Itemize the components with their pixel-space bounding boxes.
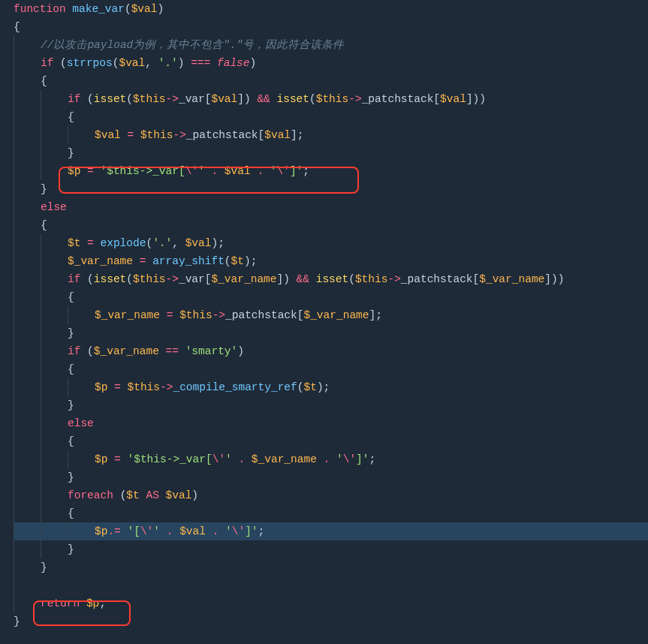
code-line[interactable]: else bbox=[14, 198, 648, 216]
token-punc: } bbox=[68, 147, 74, 159]
token-var: $t bbox=[303, 381, 316, 393]
code-line[interactable]: $val = $this->_patchstack[$val]; bbox=[14, 126, 648, 144]
token-punc: ] bbox=[276, 273, 283, 285]
token-punc: ) bbox=[250, 57, 257, 69]
indent-guide bbox=[41, 522, 68, 540]
code-line[interactable]: } bbox=[14, 324, 648, 342]
token-sp bbox=[80, 345, 87, 357]
code-line[interactable]: $p.= '[\'' . $val . '\']'; bbox=[14, 522, 648, 540]
token-str: ' bbox=[153, 525, 160, 537]
token-punc: ) bbox=[551, 273, 558, 285]
token-sp bbox=[218, 165, 225, 177]
code-line[interactable]: { bbox=[14, 288, 648, 306]
token-punc: ) bbox=[244, 255, 251, 267]
code-line[interactable]: $_var_name = $this->_patchstack[$_var_na… bbox=[14, 306, 648, 324]
token-var: $val bbox=[264, 129, 291, 141]
code-line[interactable]: $t = explode('.', $val); bbox=[14, 234, 648, 252]
token-var: $this bbox=[133, 273, 166, 285]
token-punc: } bbox=[14, 615, 20, 627]
code-line[interactable]: function make_var($val) bbox=[14, 0, 648, 18]
token-var: $_var_name bbox=[94, 345, 159, 357]
token-str: ' bbox=[198, 165, 205, 177]
code-line[interactable]: } bbox=[14, 144, 648, 162]
token-var: $val bbox=[225, 165, 251, 177]
token-var: $p bbox=[86, 597, 99, 609]
token-comment: //以攻击payload为例，其中不包含"."号，因此符合该条件 bbox=[41, 39, 344, 51]
token-sp bbox=[179, 345, 185, 357]
token-punc: ) bbox=[317, 381, 324, 393]
code-line[interactable]: $_var_name = array_shift($t); bbox=[14, 252, 648, 270]
code-line[interactable]: if (isset($this->_var[$_var_name]) && is… bbox=[14, 270, 648, 288]
token-punc: ) bbox=[558, 273, 565, 285]
code-line[interactable]: } bbox=[14, 180, 648, 198]
indent-guide bbox=[14, 216, 41, 234]
token-sp bbox=[317, 453, 324, 465]
token-sp bbox=[290, 273, 297, 285]
code-line[interactable]: //以攻击payload为例，其中不包含"."号，因此符合该条件 bbox=[14, 36, 648, 54]
code-line[interactable]: { bbox=[14, 108, 648, 126]
code-line[interactable]: if (isset($this->_var[$val]) && isset($t… bbox=[14, 90, 648, 108]
indent-guide bbox=[41, 144, 68, 162]
indent-guide bbox=[41, 540, 68, 558]
indent-guide bbox=[14, 378, 41, 396]
code-line[interactable]: } bbox=[14, 468, 648, 486]
token-sp bbox=[80, 165, 87, 177]
token-op: = bbox=[114, 453, 121, 465]
code-line[interactable]: $p = $this->_compile_smarty_ref($t); bbox=[14, 378, 648, 396]
indent-guide bbox=[14, 126, 41, 144]
indent-guide bbox=[14, 270, 41, 288]
token-punc: ( bbox=[146, 237, 152, 249]
token-var: $val bbox=[166, 489, 192, 501]
code-line[interactable]: { bbox=[14, 18, 648, 36]
token-var: $val bbox=[185, 237, 212, 249]
code-line[interactable]: } bbox=[14, 540, 648, 558]
code-line[interactable]: } bbox=[14, 396, 648, 414]
code-line[interactable]: { bbox=[14, 216, 648, 234]
token-punc: ( bbox=[126, 93, 133, 105]
code-editor[interactable]: function make_var($val){//以攻击payload为例，其… bbox=[0, 0, 648, 630]
token-punc: } bbox=[41, 561, 47, 573]
token-op: . bbox=[211, 165, 218, 177]
indent-guide bbox=[14, 540, 41, 558]
token-punc: { bbox=[14, 21, 20, 33]
token-bool: false bbox=[217, 57, 250, 69]
token-var: $_var_name bbox=[211, 273, 276, 285]
token-esc: \' bbox=[276, 165, 289, 177]
token-punc: [ bbox=[433, 93, 440, 105]
indent-guide bbox=[41, 324, 68, 342]
token-op: && bbox=[257, 93, 270, 105]
token-var: $val bbox=[95, 129, 121, 141]
code-line[interactable] bbox=[14, 576, 648, 594]
indent-guide bbox=[41, 234, 68, 252]
code-line[interactable]: if (strrpos($val, '.') === false) bbox=[14, 54, 648, 72]
code-line[interactable]: { bbox=[14, 504, 648, 522]
token-var: $val bbox=[179, 525, 206, 537]
code-line[interactable]: if ($_var_name == 'smarty') bbox=[14, 342, 648, 360]
code-line[interactable]: $p = '$this->_var[\'' . $val . '\']'; bbox=[14, 162, 648, 180]
token-punc: ( bbox=[126, 273, 133, 285]
token-punc: ] bbox=[369, 309, 375, 321]
token-fn: make_var bbox=[72, 3, 125, 15]
code-line[interactable]: { bbox=[14, 360, 648, 378]
code-line[interactable]: } bbox=[14, 558, 648, 576]
code-line[interactable]: { bbox=[14, 72, 648, 90]
indent-guide bbox=[14, 432, 41, 450]
token-var: $_var_name bbox=[479, 273, 544, 285]
indent-guide bbox=[14, 36, 41, 54]
indent-guide bbox=[68, 126, 95, 144]
code-line[interactable]: $p = '$this->_var[\'' . $_var_name . '\'… bbox=[14, 450, 648, 468]
token-kw: return bbox=[41, 597, 80, 609]
token-punc: ( bbox=[125, 3, 131, 15]
code-line[interactable]: foreach ($t AS $val) bbox=[14, 486, 648, 504]
token-sp bbox=[94, 165, 101, 177]
code-line[interactable]: else bbox=[14, 414, 648, 432]
token-sp bbox=[80, 597, 86, 609]
token-sp bbox=[152, 57, 158, 69]
code-line[interactable]: } bbox=[14, 612, 648, 630]
token-sp bbox=[133, 255, 140, 267]
code-line[interactable]: { bbox=[14, 432, 648, 450]
token-op: -> bbox=[173, 129, 185, 141]
token-var: $p bbox=[95, 381, 107, 393]
code-line[interactable]: return $p; bbox=[14, 594, 648, 612]
indent-guide bbox=[41, 504, 68, 522]
